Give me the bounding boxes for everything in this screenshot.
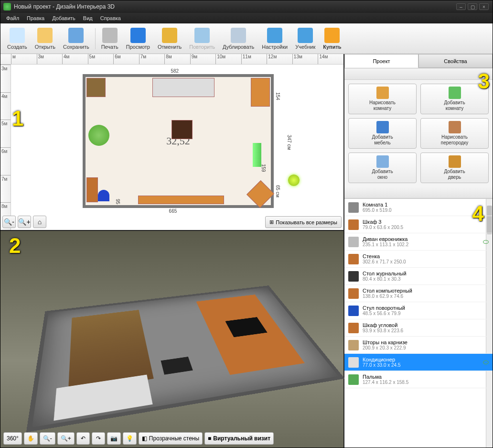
list-item[interactable]: Диван еврокнижка235.1 x 113.1 x 102.2 (344, 233, 493, 251)
toolbar-Открыть[interactable]: Открыть (32, 27, 58, 51)
ruler-tick: 8м (164, 54, 190, 64)
virtual-visit-label: Виртуальный визит (213, 435, 270, 442)
object-icon (348, 323, 359, 333)
ruler-tick: 6м (0, 147, 11, 175)
action-Добавить-окно[interactable]: Добавитьокно (348, 153, 417, 183)
object-dims: 200.9 x 20.3 x 222.9 (363, 345, 489, 350)
list-item[interactable]: Стол журнальный80.4 x 80.1 x 30.3 (344, 268, 493, 285)
action-label: Нарисоватьперегородку (441, 134, 468, 146)
action-Добавить-дверь[interactable]: Добавитьдверь (420, 153, 489, 183)
ruler-tick: 10м (215, 54, 241, 64)
action-Добавить-комнату[interactable]: Добавитькомнату (420, 84, 489, 114)
furn-corner[interactable] (251, 78, 270, 107)
dim-right: 347 см (287, 135, 292, 150)
zoom-out-button[interactable]: 🔍- (2, 216, 16, 228)
zoom-in-button[interactable]: 🔍+ (18, 216, 31, 228)
home-button[interactable]: ⌂ (33, 216, 46, 228)
visibility-icon[interactable] (483, 361, 489, 364)
room-3d[interactable] (26, 285, 345, 432)
toolbar-Печать[interactable]: Печать (98, 27, 121, 51)
zoom-in-3d-button[interactable]: 🔍+ (57, 432, 75, 445)
object-icon (348, 237, 359, 247)
menu-Правка[interactable]: Правка (23, 14, 48, 22)
close-button[interactable]: × (479, 3, 489, 10)
toolbar-Учебник[interactable]: Учебник (292, 27, 318, 51)
view-3d-area[interactable]: 2 360° ✋ 🔍- 🔍+ ↶ ↷ 📷 💡 (0, 230, 343, 448)
toolbar-Отменить[interactable]: Отменить (155, 27, 184, 51)
tab-project[interactable]: Проект (344, 54, 418, 68)
object-text: Шторы на карнизе200.9 x 20.3 x 222.9 (363, 339, 489, 350)
object-list[interactable]: 4 Комната 1695.0 x 519.0Шкаф 379.0 x 63.… (344, 198, 493, 448)
tabs: Проект Свойства (344, 54, 493, 68)
pan-button[interactable]: ✋ (24, 432, 38, 445)
maximize-button[interactable]: ▢ (468, 3, 477, 10)
list-item[interactable]: Стенка302.6 x 71.7 x 250.0 (344, 251, 493, 268)
toolbar-Настройки[interactable]: Настройки (259, 27, 290, 51)
furn-corner-shelf[interactable] (246, 180, 274, 208)
transparent-walls-button[interactable]: ◧ Прозрачные стены (139, 432, 203, 445)
furn-table[interactable] (171, 120, 193, 139)
furn-wardrobe[interactable] (86, 78, 106, 97)
list-item[interactable]: Кондиционер77.0 x 33.0 x 24.5 (344, 354, 493, 371)
furn-selection[interactable] (253, 143, 261, 167)
action-Нарисовать-комнату[interactable]: Нарисоватькомнату (348, 84, 417, 114)
object-icon (348, 340, 359, 350)
rotate-left-button[interactable]: ↶ (76, 432, 90, 445)
furn-wall-unit[interactable] (138, 196, 224, 204)
list-item[interactable]: Шторы на карнизе200.9 x 20.3 x 222.9 (344, 337, 493, 354)
action-Нарисовать-перегородку[interactable]: Нарисоватьперегородку (420, 118, 489, 149)
titlebar: Новый проект - Дизайн Интерьера 3D – ▢ × (0, 0, 493, 13)
list-item[interactable]: Шкаф угловой93.9 x 93.8 x 223.6 (344, 319, 493, 337)
object-name: Стол журнальный (363, 271, 489, 276)
canvas-2d[interactable]: 32,52 582 347 см 154 665 489 95 159 65 с… (11, 65, 343, 230)
visibility-icon[interactable] (483, 240, 489, 244)
toolbar-Повторить[interactable]: Повторить (186, 27, 218, 51)
object-name: Стул поворотный (363, 305, 489, 311)
furn-chair[interactable] (98, 190, 109, 201)
minimize-button[interactable]: – (456, 3, 466, 10)
list-item[interactable]: Пальма127.4 x 116.2 x 158.5 (344, 371, 493, 388)
object-icon (348, 219, 359, 230)
furn-sofa-top[interactable] (152, 78, 214, 97)
list-item[interactable]: Стул поворотный48.5 x 56.6 x 79.9 (344, 302, 493, 319)
furn-plant[interactable] (88, 125, 109, 146)
rotate-right-button[interactable]: ↷ (92, 432, 105, 445)
show-all-dims-button[interactable]: ⊞ Показывать все размеры (265, 216, 342, 228)
toolbar-Дублировать[interactable]: Дублировать (220, 27, 257, 51)
sun-marker[interactable] (288, 175, 300, 186)
list-item[interactable]: Шкаф 379.0 x 63.6 x 200.5 (344, 216, 493, 233)
menu-Добавить[interactable]: Добавить (48, 14, 79, 22)
virtual-visit-button[interactable]: ■ Виртуальный визит (204, 432, 274, 445)
zoom-out-3d-button[interactable]: 🔍- (40, 432, 55, 445)
list-item[interactable]: Комната 1695.0 x 519.0 (344, 199, 493, 216)
toolbar-label: Отменить (158, 44, 182, 50)
menu-Вид[interactable]: Вид (79, 14, 96, 22)
action-Добавить-мебель[interactable]: Добавитьмебель (348, 118, 417, 149)
toolbar-Сохранить[interactable]: Сохранить (60, 27, 92, 51)
toolbar-Просмотр[interactable]: Просмотр (123, 27, 153, 51)
camera-button[interactable]: 📷 (107, 432, 121, 445)
object-text: Шкаф 379.0 x 63.6 x 200.5 (363, 219, 489, 230)
action-label: Добавитьокно (372, 169, 393, 180)
toolbar-icon (162, 28, 177, 43)
ruler-tick: 5м (88, 54, 114, 64)
object-name: Шкаф 3 (363, 219, 489, 225)
show-all-dims-label: Показывать все размеры (276, 219, 337, 225)
app-window: Новый проект - Дизайн Интерьера 3D – ▢ ×… (0, 0, 493, 448)
list-item[interactable]: Стол компьютерный138.0 x 62.9 x 74.6 (344, 285, 493, 302)
room-outline[interactable]: 32,52 582 347 см 154 665 489 95 159 65 с… (83, 74, 274, 208)
toolbar-label: Дублировать (223, 44, 254, 50)
toolbar-Создать[interactable]: Создать (4, 27, 30, 51)
annotation-2: 2 (9, 234, 21, 258)
app-icon (3, 3, 11, 11)
menu-Справка[interactable]: Справка (96, 14, 125, 22)
toolbar-label: Повторить (189, 44, 215, 50)
toolbar-Купить[interactable]: Купить (320, 27, 344, 51)
light-button[interactable]: 💡 (123, 432, 137, 445)
rotate360-button[interactable]: 360° (3, 432, 22, 445)
tab-properties[interactable]: Свойства (418, 54, 493, 68)
furn-desk[interactable] (86, 177, 98, 202)
menu-Файл[interactable]: Файл (2, 14, 23, 22)
toolbar-label: Учебник (295, 44, 315, 50)
object-text: Стул поворотный48.5 x 56.6 x 79.9 (363, 305, 489, 316)
